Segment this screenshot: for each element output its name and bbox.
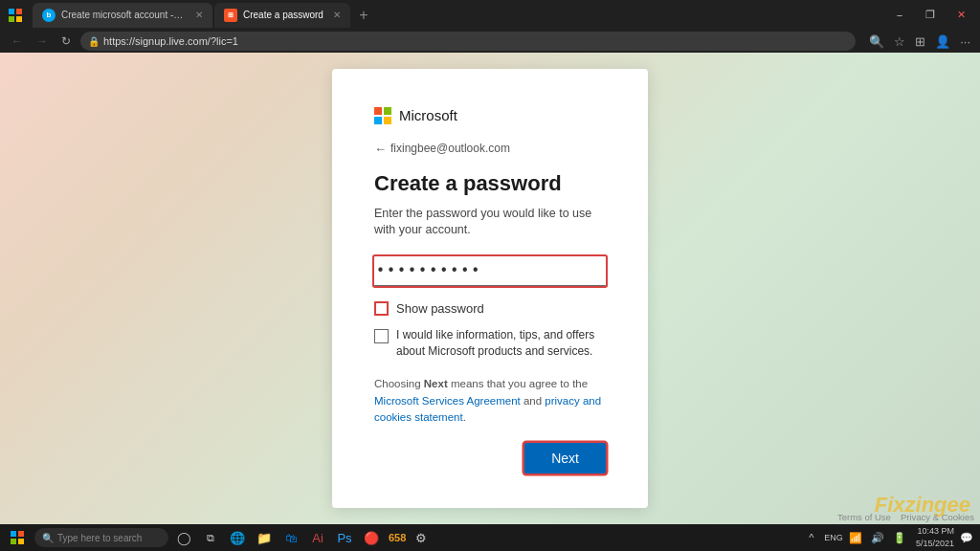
show-password-label: Show password [396,301,484,316]
agreement-middle: means that you agree to the [448,378,588,389]
card-title: Create a password [374,171,606,196]
minimize-button[interactable]: − [886,6,913,25]
ms-logo-green [384,107,391,115]
ms-logo-yellow [384,117,391,124]
lock-icon: 🔒 [88,36,100,47]
svg-rect-1 [16,9,22,14]
tab-bing-label: Create microsoft account - Bing [61,10,186,20]
taskbar-settings[interactable]: ⚙ [410,528,433,547]
close-button[interactable]: ✕ [947,6,974,25]
microsoft-card: Microsoft ← fixingbee@outlook.com Create… [332,69,648,508]
search-toolbar-icon[interactable]: 🔍 [867,33,886,51]
collections-icon[interactable]: ⊞ [913,33,927,51]
tray-wifi[interactable]: 📶 [846,528,865,547]
agreement-and: and [521,395,546,407]
svg-rect-3 [16,16,22,22]
button-row: Next [374,443,606,474]
taskbar-multitask[interactable]: ⧉ [199,528,222,547]
show-password-row: Show password [374,301,606,316]
info-checkbox-row: I would like information, tips, and offe… [374,327,606,360]
start-button[interactable] [4,527,31,548]
clock-date: 5/15/2021 [916,538,954,550]
password-field-wrapper [374,256,606,286]
email-label: fixingbee@outlook.com [390,142,510,155]
tab-bar: b Create microsoft account - Bing ✕ ⊞ Cr… [0,0,980,30]
next-button[interactable]: Next [524,443,606,474]
info-checkbox[interactable] [374,329,389,343]
clock-time: 10:43 PM [916,525,954,538]
taskbar-ps[interactable]: Ps [333,528,356,547]
ms-logo-grid [374,107,391,124]
new-tab-button[interactable]: + [352,4,375,27]
taskbar-cortana[interactable]: ◯ [172,528,195,547]
taskbar-search[interactable]: 🔍 Type here to search [34,528,168,547]
ms-logo-blue [374,117,382,124]
taskbar-ai[interactable]: Ai [306,528,329,547]
browser-logo [6,6,25,25]
svg-rect-7 [18,539,24,544]
show-password-checkbox[interactable] [374,301,389,316]
svg-rect-6 [11,539,16,544]
taskbar-chrome[interactable]: 🔴 [360,528,383,547]
ms-tab-icon: ⊞ [224,9,237,22]
url-text: https://signup.live.com/?lic=1 [103,35,238,47]
ms-services-link[interactable]: Microsoft Services Agreement [374,395,521,407]
page-content: Microsoft ← fixingbee@outlook.com Create… [0,53,980,524]
tray-notification[interactable]: 💬 [957,528,976,547]
privacy-cookies-link[interactable]: Privacy & Cookies [901,512,974,522]
taskbar-explorer[interactable]: 📁 [253,528,276,547]
back-button[interactable]: ← [8,33,27,50]
svg-rect-0 [9,9,14,14]
search-icon: 🔍 [42,533,54,543]
tab-bing[interactable]: b Create microsoft account - Bing ✕ [33,3,212,28]
bing-tab-icon: b [42,9,56,22]
taskbar-search-text: Type here to search [57,533,142,543]
ms-logo-text: Microsoft [399,107,457,123]
tab-bing-close[interactable]: ✕ [195,10,203,20]
tab-create-password-label: Create a password [243,10,323,20]
agreement-text: Choosing Next means that you agree to th… [374,376,606,426]
menu-icon[interactable]: ··· [958,33,972,51]
back-arrow-icon: ← [374,142,387,156]
taskbar-badge: 658 [389,532,406,543]
favorites-icon[interactable]: ☆ [892,33,907,51]
address-bar-row: ← → ↻ 🔒 https://signup.live.com/?lic=1 🔍… [0,30,980,53]
browser-chrome: b Create microsoft account - Bing ✕ ⊞ Cr… [0,0,980,53]
svg-rect-4 [11,531,16,537]
taskbar-clock: 10:43 PM 5/15/2021 [916,525,954,549]
profile-icon[interactable]: 👤 [933,33,952,51]
tab-create-password[interactable]: ⊞ Create a password ✕ [214,3,350,28]
window-controls: − ❐ ✕ [886,6,974,25]
toolbar-right: 🔍 ☆ ⊞ 👤 ··· [867,33,972,51]
taskbar: 🔍 Type here to search ◯ ⧉ 🌐 📁 🛍 Ai Ps 🔴 … [0,524,980,551]
agreement-suffix: . [463,411,466,423]
svg-rect-5 [18,531,24,537]
svg-rect-2 [9,16,14,22]
taskbar-system-tray: ^ ENG 📶 🔊 🔋 10:43 PM 5/15/2021 💬 [802,525,976,549]
tab-ms-close[interactable]: ✕ [333,10,341,20]
password-input[interactable] [374,256,606,286]
tray-sound[interactable]: 🔊 [868,528,887,547]
card-description: Enter the password you would like to use… [374,206,606,239]
tray-lang[interactable]: ENG [824,528,843,547]
tray-battery[interactable]: 🔋 [890,528,909,547]
footer-links: Terms of Use Privacy & Cookies [837,512,974,522]
forward-button[interactable]: → [33,33,52,50]
ms-logo-red [374,107,382,115]
tray-arrow[interactable]: ^ [802,528,821,547]
agreement-prefix: Choosing [374,378,424,389]
agreement-next-word: Next [424,378,448,389]
maximize-button[interactable]: ❐ [917,6,944,25]
refresh-button[interactable]: ↻ [57,33,75,50]
taskbar-edge[interactable]: 🌐 [226,528,249,547]
terms-of-use-link[interactable]: Terms of Use [837,512,891,522]
back-email-row[interactable]: ← fixingbee@outlook.com [374,142,606,156]
info-checkbox-label: I would like information, tips, and offe… [396,327,606,360]
taskbar-store[interactable]: 🛍 [279,528,302,547]
address-bar[interactable]: 🔒 https://signup.live.com/?lic=1 [80,32,856,51]
ms-logo: Microsoft [374,107,606,124]
